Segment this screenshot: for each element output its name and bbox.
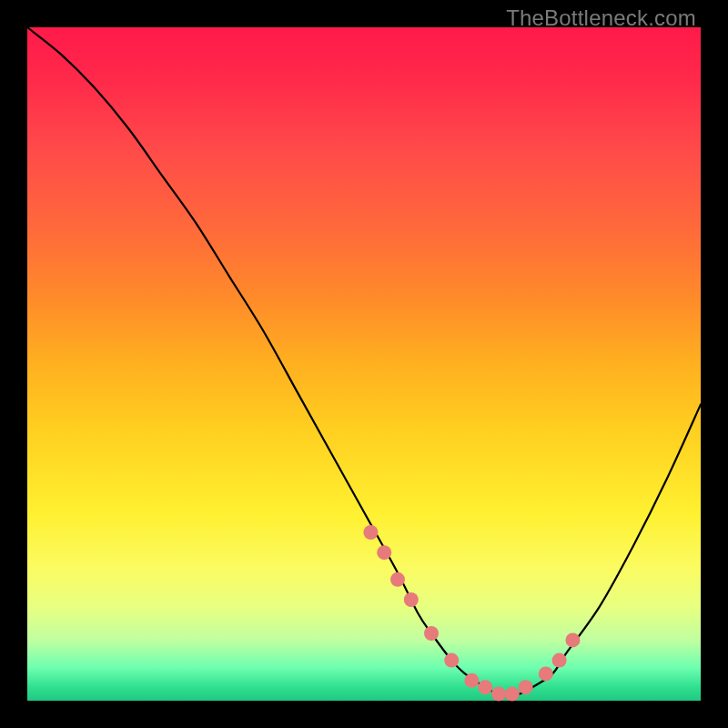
- highlight-dot: [404, 592, 419, 607]
- chart-container: TheBottleneck.com: [0, 0, 728, 728]
- bottleneck-curve: [27, 27, 701, 695]
- highlight-dots-group: [363, 525, 580, 702]
- highlight-dot: [565, 632, 580, 647]
- highlight-dot: [363, 525, 378, 540]
- highlight-dot: [491, 687, 506, 702]
- chart-svg: [27, 27, 701, 701]
- highlight-dot: [377, 545, 391, 560]
- highlight-dot: [552, 653, 567, 668]
- highlight-dot: [464, 673, 479, 688]
- highlight-dot: [424, 626, 439, 641]
- highlight-dot: [519, 680, 533, 694]
- highlight-dot: [505, 687, 520, 702]
- highlight-dot: [478, 680, 492, 694]
- highlight-dot: [444, 653, 459, 668]
- highlight-dot: [539, 666, 553, 681]
- watermark-text: TheBottleneck.com: [506, 5, 696, 31]
- highlight-dot: [390, 572, 405, 587]
